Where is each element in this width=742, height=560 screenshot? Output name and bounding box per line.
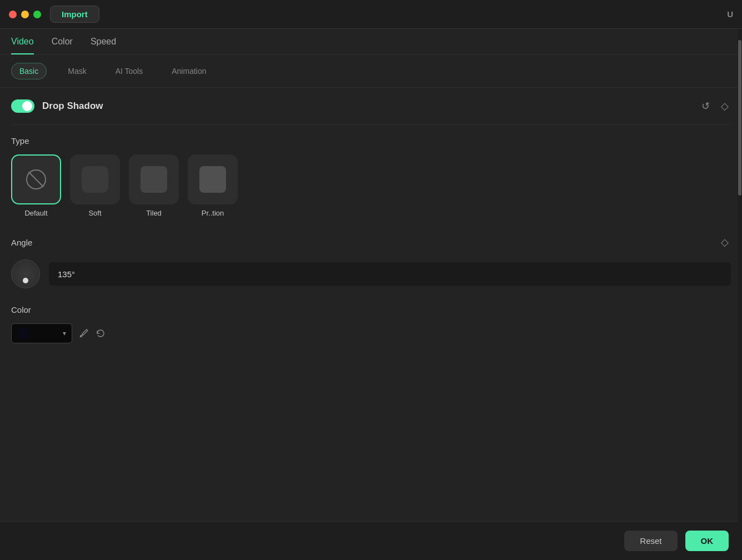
angle-dial[interactable]: [11, 259, 40, 288]
drop-shadow-header: Drop Shadow ↺ ◇: [11, 88, 731, 125]
type-box-projection: [188, 154, 238, 204]
no-sign-icon: [26, 169, 46, 189]
projection-box-visual: [199, 166, 226, 193]
color-reset-icon[interactable]: [96, 328, 106, 338]
type-item-soft[interactable]: Soft: [70, 154, 120, 217]
angle-section: Angle ◇ 135°: [11, 223, 731, 294]
swatch-color-preview: [17, 328, 28, 339]
close-button[interactable]: [9, 11, 17, 18]
tiled-box-visual: [141, 166, 167, 193]
minimize-button[interactable]: [21, 11, 29, 18]
angle-label: Angle: [11, 238, 32, 247]
scrollbar-thumb[interactable]: [738, 40, 741, 196]
type-label: Type: [11, 136, 731, 146]
type-label-default: Default: [24, 209, 47, 217]
tab-mask[interactable]: Mask: [60, 63, 94, 79]
angle-value-bar[interactable]: 135°: [49, 262, 731, 286]
color-label: Color: [11, 305, 731, 314]
tab-animation[interactable]: Animation: [164, 63, 214, 79]
header-icons: ↺ ◇: [699, 98, 731, 114]
tab-speed[interactable]: Speed: [91, 37, 116, 54]
reset-button[interactable]: Reset: [624, 531, 677, 551]
type-item-projection[interactable]: Pr..tion: [188, 154, 238, 217]
angle-dial-dot: [23, 278, 28, 283]
tab-ai-tools[interactable]: AI Tools: [108, 63, 151, 79]
content-area: Drop Shadow ↺ ◇ Type Default: [0, 88, 742, 521]
scrollbar-track: [738, 29, 742, 560]
ok-button[interactable]: OK: [685, 531, 729, 551]
type-box-soft: [70, 154, 120, 204]
tab-color[interactable]: Color: [52, 37, 73, 54]
angle-control: 135°: [11, 259, 731, 288]
type-box-tiled: [129, 154, 179, 204]
maximize-button[interactable]: [33, 11, 41, 18]
color-control: ▾: [11, 323, 731, 343]
tab-basic[interactable]: Basic: [11, 63, 47, 79]
sub-tab-bar: Basic Mask AI Tools Animation: [0, 55, 742, 88]
top-tab-bar: Video Color Speed: [0, 29, 742, 55]
color-section: Color ▾: [11, 294, 731, 349]
bottom-bar: Reset OK: [0, 521, 742, 560]
type-item-default[interactable]: Default: [11, 154, 61, 217]
swatch-chevron-icon: ▾: [63, 329, 66, 337]
drop-shadow-toggle[interactable]: [11, 99, 34, 113]
main-panel: Video Color Speed Basic Mask AI Tools An…: [0, 29, 742, 560]
window-controls: [9, 11, 41, 18]
type-section: Type Default Soft: [11, 125, 731, 223]
angle-value: 135°: [58, 269, 75, 279]
titlebar: Import U: [0, 0, 742, 29]
type-box-default: [11, 154, 61, 204]
type-grid: Default Soft Tiled: [11, 154, 731, 217]
angle-diamond-icon[interactable]: ◇: [719, 234, 731, 251]
right-label: U: [727, 9, 733, 19]
color-swatch[interactable]: ▾: [11, 323, 72, 343]
soft-box-visual: [82, 166, 108, 193]
type-label-soft: Soft: [88, 209, 101, 217]
tab-video[interactable]: Video: [11, 37, 34, 54]
type-label-projection: Pr..tion: [202, 209, 224, 217]
reset-icon[interactable]: ↺: [699, 98, 712, 114]
angle-header: Angle ◇: [11, 234, 731, 251]
drop-shadow-title: Drop Shadow: [42, 101, 699, 112]
eyedropper-icon[interactable]: [79, 328, 89, 338]
type-label-tiled: Tiled: [146, 209, 162, 217]
type-item-tiled[interactable]: Tiled: [129, 154, 179, 217]
diamond-icon[interactable]: ◇: [719, 98, 731, 114]
import-button[interactable]: Import: [50, 6, 99, 23]
